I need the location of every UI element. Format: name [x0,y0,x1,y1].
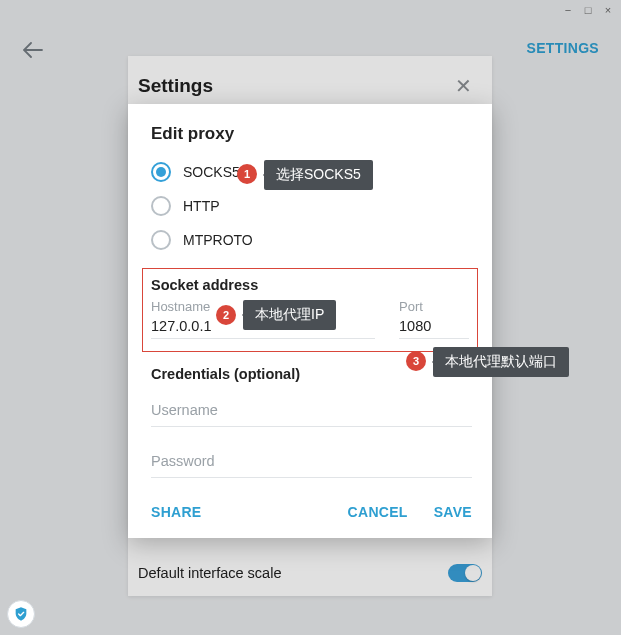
save-button[interactable]: SAVE [434,504,472,520]
annotation-badge-2: 2 [216,305,236,325]
annotation-badge-3: 3 [406,351,426,371]
connection-status-badge[interactable] [7,600,35,628]
radio-label: HTTP [183,198,220,214]
radio-label: SOCKS5 [183,164,240,180]
radio-icon [151,196,171,216]
password-input[interactable] [151,447,472,478]
annotation-tip-3: 本地代理默认端口 [433,347,569,377]
credentials-title: Credentials (optional) [148,366,472,382]
port-label: Port [399,299,469,314]
radio-http[interactable]: HTTP [151,196,472,216]
port-field: Port [399,299,469,339]
modal-title: Edit proxy [148,124,472,144]
port-input[interactable] [399,316,469,339]
radio-label: MTPROTO [183,232,253,248]
modal-actions: SHARE CANCEL SAVE [148,498,472,526]
cancel-button[interactable]: CANCEL [348,504,408,520]
socket-title: Socket address [151,277,469,293]
annotation-tip-1: 选择SOCKS5 [264,160,373,190]
radio-icon [151,162,171,182]
annotation-badge-1: 1 [237,164,257,184]
radio-mtproto[interactable]: MTPROTO [151,230,472,250]
username-input[interactable] [151,396,472,427]
share-button[interactable]: SHARE [151,504,202,520]
annotation-tip-2: 本地代理IP [243,300,336,330]
radio-icon [151,230,171,250]
